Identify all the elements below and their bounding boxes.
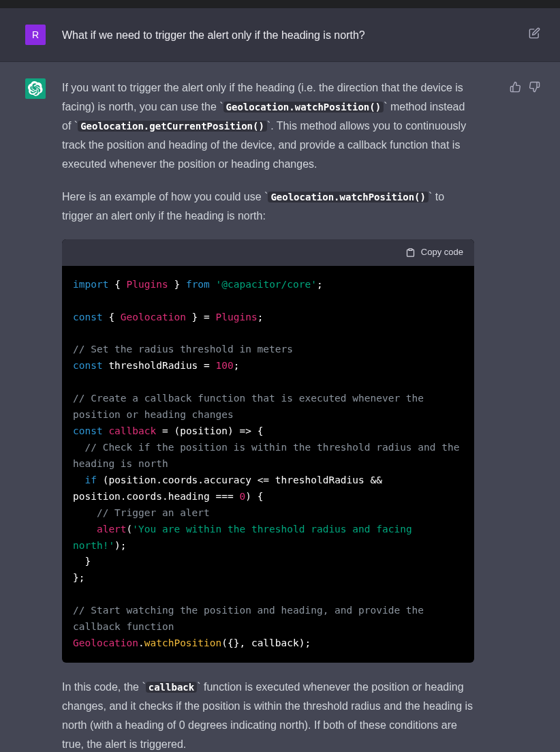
thumbs-down-button[interactable] — [527, 80, 541, 93]
assistant-message-actions — [504, 78, 541, 93]
user-avatar-letter: R — [32, 27, 39, 44]
svg-rect-0 — [409, 249, 412, 251]
user-message-row: R What if we need to trigger the alert o… — [0, 8, 560, 62]
tok: ( — [127, 524, 133, 535]
tok: ({}, callback); — [221, 637, 311, 648]
tok: const — [73, 425, 103, 436]
user-avatar: R — [25, 25, 46, 45]
tok: from — [186, 279, 210, 290]
tok: alert — [97, 524, 127, 535]
inline-code: Geolocation.watchPosition() — [268, 192, 429, 202]
tok: 0 — [239, 491, 245, 502]
tok: '@capacitor/core' — [216, 279, 317, 290]
code-block: Copy code import { Plugins } from '@capa… — [62, 239, 474, 663]
thumbs-up-button[interactable] — [508, 80, 522, 93]
tok: = (position) => { — [156, 425, 263, 436]
top-bar — [0, 0, 560, 8]
tok: ) { — [245, 491, 263, 502]
copy-code-button[interactable]: Copy code — [405, 245, 463, 260]
user-message-content: What if we need to trigger the alert onl… — [62, 25, 488, 45]
code-body: import { Plugins } from '@capacitor/core… — [62, 266, 474, 663]
inline-code: Geolocation.watchPosition() — [223, 102, 384, 112]
thumbs-down-icon — [529, 81, 540, 93]
tok: (position.coords.accuracy <= thresholdRa… — [73, 475, 388, 502]
edit-icon — [529, 27, 540, 39]
assistant-paragraph-1: If you want to trigger the alert only if… — [62, 78, 474, 174]
tok: thresholdRadius = — [108, 360, 215, 371]
code-block-header: Copy code — [62, 239, 474, 266]
copy-code-label: Copy code — [421, 245, 463, 260]
tok: } — [73, 556, 91, 567]
assistant-paragraph-3: In this code, the `callback` function is… — [62, 678, 474, 752]
assistant-message-content: If you want to trigger the alert only if… — [62, 78, 488, 752]
text-span: In this code, the — [62, 681, 142, 693]
tok: // Start watching the position and headi… — [73, 605, 430, 632]
edit-button[interactable] — [527, 26, 541, 40]
thumbs-up-icon — [510, 81, 521, 93]
tok: if — [84, 475, 96, 485]
tok: Geolocation — [121, 312, 186, 322]
tok: // Trigger an alert — [73, 507, 210, 518]
user-message-text: What if we need to trigger the alert onl… — [62, 25, 474, 45]
tok: // Check if the position is within the t… — [73, 442, 465, 469]
assistant-avatar — [25, 78, 46, 99]
tok: watchPosition — [144, 637, 222, 648]
tok: // Create a callback function that is ex… — [73, 393, 430, 420]
tok: const — [73, 360, 103, 371]
inline-code: Geolocation.getCurrentPosition() — [78, 121, 267, 132]
openai-icon — [28, 81, 43, 96]
tok: Geolocation — [73, 637, 138, 648]
tok: const — [73, 312, 103, 322]
inline-code: callback — [146, 682, 197, 693]
tok: import — [73, 279, 108, 290]
tok: Plugins — [216, 312, 258, 322]
tok: Plugins — [127, 279, 168, 290]
tok: }; — [73, 572, 84, 583]
assistant-message-row: If you want to trigger the alert only if… — [0, 62, 560, 752]
assistant-paragraph-2: Here is an example of how you could use … — [62, 187, 474, 226]
user-message-actions — [504, 25, 541, 40]
tok: . — [138, 637, 144, 648]
clipboard-icon — [405, 247, 416, 258]
tok: callback — [108, 425, 156, 436]
text-span: Here is an example of how you could use — [62, 191, 264, 202]
tok: // Set the radius threshold in meters — [73, 344, 293, 355]
tok: 100 — [216, 360, 234, 371]
tok: ); — [114, 540, 126, 551]
